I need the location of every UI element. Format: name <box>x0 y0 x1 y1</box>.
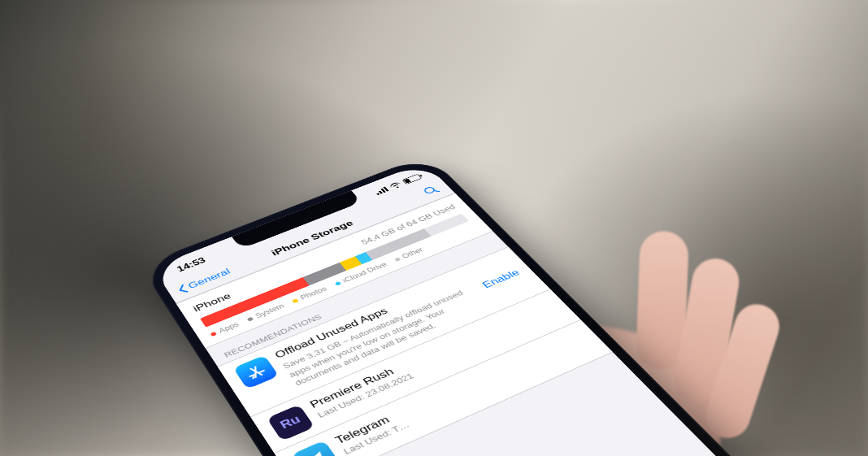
legend-dot-icon <box>247 316 254 321</box>
legend-dot-icon <box>292 298 299 303</box>
telegram-icon <box>291 440 341 456</box>
legend-label: Other <box>401 246 425 260</box>
legend-label: Apps <box>217 321 241 335</box>
svg-point-0 <box>423 186 436 193</box>
iphone-device: 14:53 General iPhone Storage <box>140 154 808 456</box>
svg-line-6 <box>252 376 254 379</box>
svg-line-5 <box>258 371 264 373</box>
enable-button[interactable]: Enable <box>480 267 523 290</box>
search-icon <box>420 184 441 197</box>
search-button[interactable] <box>420 184 443 198</box>
legend-dot-icon <box>334 281 341 286</box>
svg-line-1 <box>434 189 439 193</box>
wifi-icon <box>388 181 402 189</box>
chevron-left-icon <box>176 284 189 295</box>
rush-icon: Ru <box>267 404 315 441</box>
cellular-signal-icon <box>374 186 388 195</box>
battery-icon <box>401 174 422 185</box>
legend-dot-icon <box>210 332 217 337</box>
appstore-icon <box>233 355 279 389</box>
legend-dot-icon <box>394 257 401 262</box>
